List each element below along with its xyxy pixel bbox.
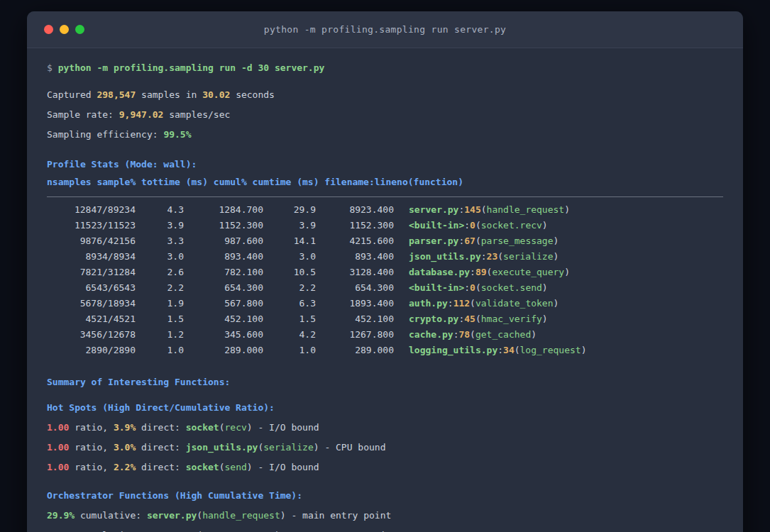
- titlebar[interactable]: python -m profiling.sampling run server.…: [27, 11, 743, 48]
- hot-spot-function: send: [225, 462, 247, 472]
- cell-cumtime: 8923.400: [316, 202, 394, 218]
- cell-cumul-pct: 6.3: [263, 296, 316, 311]
- cell-cumtime: 1893.400: [316, 296, 394, 311]
- table-divider: [47, 196, 723, 197]
- cell-cumul-pct: 3.9: [263, 218, 316, 233]
- orchestrator-file: server.py: [147, 510, 197, 521]
- cell-location: parser.py:67(parse_message): [409, 235, 559, 246]
- cell-nsamples: 12847/89234: [47, 202, 136, 218]
- location-lineno: 78: [458, 329, 470, 340]
- cell-nsamples: 7821/31284: [47, 265, 136, 280]
- cell-cumul-pct: 10.5: [263, 265, 316, 280]
- direct-pct: 2.2%: [114, 462, 136, 472]
- summary-heading: Summary of Interesting Functions:: [47, 372, 723, 392]
- location-lineno: 145: [464, 204, 480, 215]
- cell-sample-pct: 4.3: [136, 202, 184, 218]
- window-title: python -m profiling.sampling run server.…: [27, 24, 743, 35]
- location-lineno: 67: [464, 235, 475, 246]
- location-file: server.py: [409, 204, 458, 215]
- location-function: socket.send: [481, 282, 542, 293]
- cell-cumtime: 3128.400: [316, 265, 394, 280]
- location-lineno: 89: [475, 267, 487, 277]
- cell-nsamples: 4521/4521: [47, 311, 136, 327]
- stats-row: 2890/28901.0289.0001.0289.000logging_uti…: [47, 343, 723, 358]
- hot-spot-item: 1.00 ratio, 2.2% direct: socket(send) - …: [47, 458, 723, 477]
- captured-prefix: Captured: [47, 89, 97, 100]
- location-lineno: 34: [503, 345, 515, 355]
- cell-sample-pct: 1.9: [136, 296, 184, 311]
- location-function: parse_message: [481, 235, 554, 246]
- efficiency-value: 99.5%: [163, 129, 191, 140]
- cell-location: <built-in>:0(socket.send): [409, 282, 548, 293]
- stats-rows: 12847/892344.31284.70029.98923.400server…: [47, 202, 723, 358]
- shell-command: python -m profiling.sampling run -d 30 s…: [58, 62, 325, 73]
- location-function: socket.recv: [481, 220, 542, 231]
- cell-sample-pct: 3.3: [136, 233, 184, 249]
- cell-sample-pct: 1.5: [136, 311, 184, 327]
- cell-location: auth.py:112(validate_token): [409, 298, 559, 309]
- hot-spot-note: - I/O bound: [253, 422, 319, 433]
- cell-cumul-pct: 14.1: [263, 233, 316, 249]
- hot-spot-function: serialize: [263, 442, 313, 453]
- profile-stats-heading: Profile Stats (Mode: wall):: [47, 155, 723, 174]
- location-file: <built-in>: [409, 282, 464, 293]
- cell-location: server.py:145(handle_request): [409, 204, 570, 215]
- stats-row: 11523/115233.91152.3003.91152.300<built-…: [47, 218, 723, 233]
- cell-tottime: 654.300: [184, 280, 263, 296]
- cumulative-pct: 29.9%: [47, 510, 75, 521]
- cell-tottime: 1152.300: [184, 218, 263, 233]
- hot-spot-note: - I/O bound: [253, 462, 319, 472]
- location-function: handle_request: [487, 204, 565, 215]
- hot-spots-list: 1.00 ratio, 3.9% direct: socket(recv) - …: [47, 418, 723, 477]
- cell-tottime: 567.800: [184, 296, 263, 311]
- cell-tottime: 782.100: [184, 265, 263, 280]
- cell-nsamples: 2890/2890: [47, 343, 136, 358]
- location-file: crypto.py: [409, 314, 458, 324]
- sample-rate-value: 9,947.02: [119, 109, 164, 120]
- cell-cumul-pct: 4.2: [263, 327, 316, 343]
- hot-spots-heading: Hot Spots (High Direct/Cumulative Ratio)…: [47, 398, 723, 418]
- orchestrator-item: 29.9% cumulative: server.py(handle_reque…: [47, 506, 723, 526]
- captured-suffix: seconds: [230, 89, 275, 100]
- cell-cumul-pct: 2.2: [263, 280, 316, 296]
- location-file: parser.py: [409, 235, 458, 246]
- stats-row: 6543/65432.2654.3002.2654.300<built-in>:…: [47, 280, 723, 296]
- cell-location: cache.py:78(get_cached): [409, 329, 537, 340]
- cell-tottime: 345.600: [184, 327, 263, 343]
- stats-row: 12847/892344.31284.70029.98923.400server…: [47, 202, 723, 218]
- cell-cumul-pct: 3.0: [263, 249, 316, 265]
- location-file: auth.py: [409, 298, 448, 309]
- stats-table-header: nsamples sample% tottime (ms) cumul% cum…: [47, 174, 723, 190]
- cell-sample-pct: 3.9: [136, 218, 184, 233]
- cell-cumul-pct: 1.0: [263, 343, 316, 358]
- direct-pct: 3.0%: [114, 442, 136, 453]
- location-function: validate_token: [475, 298, 554, 309]
- efficiency-label: Sampling efficiency:: [47, 129, 163, 140]
- cell-cumtime: 1267.800: [316, 327, 394, 343]
- location-lineno: 0: [470, 220, 475, 231]
- duration-seconds: 30.02: [202, 89, 230, 100]
- cell-cumtime: 452.100: [316, 311, 394, 327]
- orchestrators-heading: Orchestrator Functions (High Cumulative …: [47, 486, 723, 506]
- stats-row: 8934/89343.0893.4003.0893.400json_utils.…: [47, 249, 723, 265]
- cell-nsamples: 9876/42156: [47, 233, 136, 249]
- sample-rate-suffix: samples/sec: [163, 109, 230, 120]
- cell-cumtime: 893.400: [316, 249, 394, 265]
- cell-sample-pct: 2.6: [136, 265, 184, 280]
- hot-spot-file: json_utils.py: [186, 442, 258, 453]
- cell-location: database.py:89(execute_query): [409, 267, 570, 277]
- cell-tottime: 987.600: [184, 233, 263, 249]
- hot-spot-item: 1.00 ratio, 3.9% direct: socket(recv) - …: [47, 418, 723, 438]
- cell-location: logging_utils.py:34(log_request): [409, 345, 586, 355]
- ratio-value: 1.00: [47, 462, 69, 472]
- cell-tottime: 893.400: [184, 249, 263, 265]
- location-function: hmac_verify: [481, 314, 542, 324]
- orchestrator-item: 14.1% cumulative: parser.py(parse_messag…: [47, 526, 723, 532]
- sample-rate-label: Sample rate:: [47, 109, 119, 120]
- terminal-output[interactable]: $ python -m profiling.sampling run -d 30…: [27, 48, 743, 532]
- cell-nsamples: 5678/18934: [47, 296, 136, 311]
- hot-spot-function: recv: [225, 422, 247, 433]
- location-file: logging_utils.py: [409, 345, 497, 355]
- hot-spot-note: - CPU bound: [319, 442, 386, 453]
- cell-sample-pct: 3.0: [136, 249, 184, 265]
